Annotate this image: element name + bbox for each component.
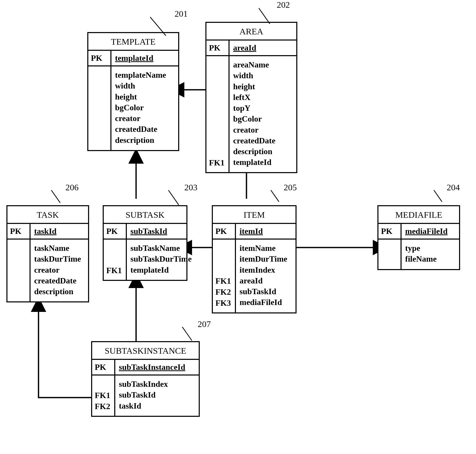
fk-label: FK1 <box>215 276 232 286</box>
fk-col <box>88 66 111 150</box>
attr-col: areaNamewidthheightleftXtopYbgColorcreat… <box>230 56 296 172</box>
callout-204: 204 <box>447 183 460 192</box>
entity-title: MEDIAFILE <box>378 206 459 224</box>
entity-area: AREA PK areaId FK1 areaNamewidthheightle… <box>205 22 297 173</box>
entity-title: TASK <box>7 206 88 224</box>
attr-field: itemIndex <box>240 264 292 275</box>
attr-field: description <box>115 135 175 145</box>
attr-field: createdDate <box>115 124 175 134</box>
attr-field: bgColor <box>233 113 293 124</box>
entity-title: ITEM <box>213 206 296 224</box>
fk-label: FK2 <box>215 287 232 297</box>
attr-field: description <box>233 146 293 157</box>
attr-col: subTaskNamesubTaskDurTimetemplateId <box>127 240 195 280</box>
attr-field: taskDurTime <box>34 253 84 264</box>
pk-label: PK <box>88 51 111 65</box>
attr-field: subTaskName <box>130 243 192 253</box>
fk-label: FK1 <box>209 158 226 167</box>
attr-field: fileName <box>405 253 455 264</box>
fk-col <box>378 240 402 269</box>
attr-field: subTaskId <box>240 286 292 297</box>
entity-title: SUBTASKINSTANCE <box>92 342 199 360</box>
attr-field: creator <box>34 264 84 275</box>
entity-title: AREA <box>206 23 296 41</box>
attr-field: description <box>34 286 84 297</box>
pk-field: templateId <box>111 51 178 65</box>
attr-field: height <box>115 91 175 102</box>
pk-label: PK <box>206 41 230 55</box>
entity-subtaskinstance: SUBTASKINSTANCE PK subTaskInstanceId FK1… <box>91 341 200 417</box>
attr-field: subTaskId <box>119 389 195 400</box>
fk-col: FK1 <box>104 240 127 280</box>
fk-col: FK1 <box>206 56 230 172</box>
fk-label: FK1 <box>106 266 123 275</box>
entity-title: TEMPLATE <box>88 33 178 51</box>
entity-title: SUBTASK <box>104 206 186 224</box>
attr-field: taskId <box>119 400 195 411</box>
attr-field: mediaFileId <box>240 297 292 308</box>
pk-field: taskId <box>31 224 88 239</box>
callout-202: 202 <box>277 0 290 9</box>
attr-col: taskNametaskDurTimecreatorcreatedDatedes… <box>31 240 88 301</box>
attr-col: subTaskIndexsubTaskIdtaskId <box>115 376 199 416</box>
attr-field: templateName <box>115 70 175 80</box>
entity-mediafile: MEDIAFILE PK mediaFileId typefileName <box>377 205 460 270</box>
attr-field: areaId <box>240 275 292 286</box>
attr-field: creator <box>233 124 293 135</box>
attr-col: typefileName <box>402 240 459 269</box>
pk-field: subTaskId <box>127 224 186 239</box>
pk-field: mediaFileId <box>402 224 459 239</box>
entity-subtask: SUBTASK PK subTaskId FK1 subTaskNamesubT… <box>103 205 187 281</box>
attr-field: height <box>233 81 293 92</box>
attr-field: subTaskIndex <box>119 379 195 389</box>
callout-203: 203 <box>184 183 197 192</box>
attr-field: width <box>233 70 293 81</box>
pk-label: PK <box>92 360 115 374</box>
pk-field: areaId <box>230 41 296 55</box>
attr-field: createdDate <box>233 135 293 146</box>
fk-label: FK1 <box>95 391 112 400</box>
attr-col: itemNameitemDurTimeitemIndexareaIdsubTas… <box>236 240 296 312</box>
fk-label: FK2 <box>95 402 112 411</box>
attr-col: templateNamewidthheightbgColorcreatorcre… <box>111 66 178 150</box>
pk-field: itemId <box>236 224 296 239</box>
attr-field: topY <box>233 103 293 113</box>
attr-field: type <box>405 243 455 253</box>
attr-field: templateId <box>130 264 192 275</box>
attr-field: areaName <box>233 59 293 70</box>
attr-field: subTaskDurTime <box>130 253 192 264</box>
callout-207: 207 <box>198 319 211 329</box>
pk-label: PK <box>104 224 127 239</box>
entity-template: TEMPLATE PK templateId templateNamewidth… <box>87 32 179 151</box>
attr-field: createdDate <box>34 275 84 286</box>
attr-field: itemDurTime <box>240 253 292 264</box>
callout-205: 205 <box>284 183 297 192</box>
fk-col: FK1FK2FK3 <box>213 240 236 312</box>
fk-label: FK3 <box>215 298 232 308</box>
attr-field: leftX <box>233 92 293 103</box>
pk-label: PK <box>378 224 402 239</box>
attr-field: itemName <box>240 243 292 253</box>
attr-field: creator <box>115 113 175 124</box>
attr-field: templateId <box>233 157 293 167</box>
pk-field: subTaskInstanceId <box>115 360 199 374</box>
pk-label: PK <box>7 224 31 239</box>
entity-item: ITEM PK itemId FK1FK2FK3 itemNameitemDur… <box>212 205 297 313</box>
callout-206: 206 <box>65 183 79 192</box>
fk-col <box>7 240 31 301</box>
attr-field: bgColor <box>115 102 175 113</box>
attr-field: taskName <box>34 243 84 253</box>
attr-field: width <box>115 80 175 91</box>
callout-201: 201 <box>175 9 188 18</box>
entity-task: TASK PK taskId taskNametaskDurTimecreato… <box>6 205 89 302</box>
pk-label: PK <box>213 224 236 239</box>
fk-col: FK1FK2 <box>92 376 115 416</box>
